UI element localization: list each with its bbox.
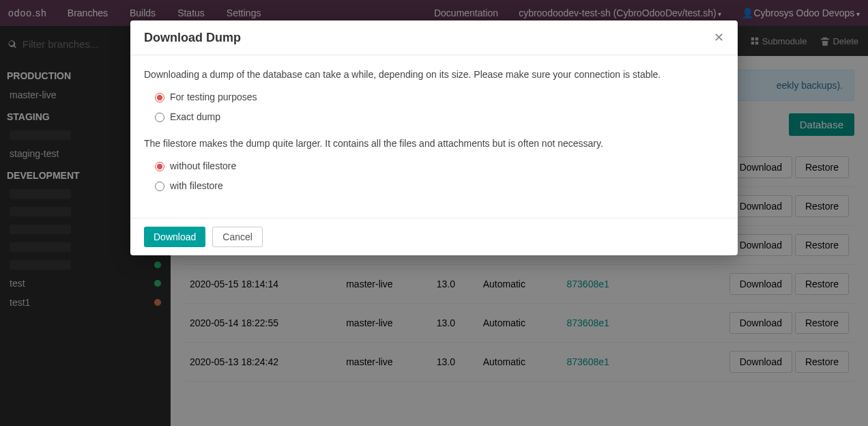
modal-description-1: Downloading a dump of the database can t…	[144, 68, 724, 82]
download-button[interactable]: Download	[144, 227, 205, 247]
radio-without-input[interactable]	[155, 162, 164, 171]
cancel-button[interactable]: Cancel	[212, 227, 263, 247]
modal-title: Download Dump	[144, 31, 241, 45]
radio-without-label: without filestore	[170, 159, 236, 173]
filestore-group: without filestore with filestore	[144, 159, 724, 193]
radio-testing-label: For testing purposes	[170, 90, 257, 104]
radio-with-filestore[interactable]: with filestore	[155, 179, 724, 193]
modal-description-2: The filestore makes the dump quite large…	[144, 137, 724, 151]
modal-footer: Download Cancel	[130, 218, 738, 255]
download-dump-modal: Download Dump ✕ Downloading a dump of th…	[130, 20, 738, 255]
radio-exact[interactable]: Exact dump	[155, 110, 724, 124]
radio-without-filestore[interactable]: without filestore	[155, 159, 724, 173]
radio-testing[interactable]: For testing purposes	[155, 90, 724, 104]
modal-header: Download Dump ✕	[130, 20, 738, 55]
radio-testing-input[interactable]	[155, 93, 164, 102]
radio-exact-label: Exact dump	[170, 110, 220, 124]
radio-with-label: with filestore	[170, 179, 223, 193]
close-icon[interactable]: ✕	[714, 30, 724, 45]
radio-exact-input[interactable]	[155, 113, 164, 122]
modal-body: Downloading a dump of the database can t…	[130, 55, 738, 218]
radio-with-input[interactable]	[155, 182, 164, 191]
dump-purpose-group: For testing purposes Exact dump	[144, 90, 724, 124]
